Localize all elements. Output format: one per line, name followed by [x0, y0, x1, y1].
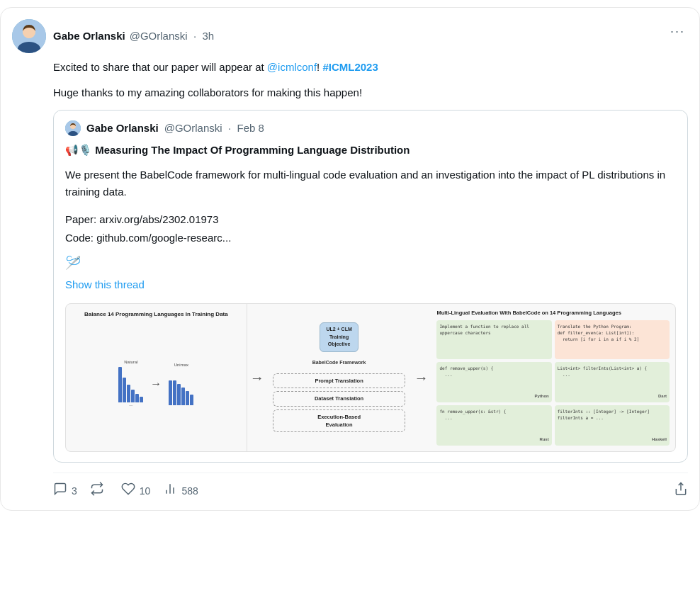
quoted-display-name: Gabe Orlanski: [86, 120, 159, 137]
tweet-header: Gabe Orlanski @GOrlanski · 3h ···: [12, 19, 688, 53]
quoted-avatar: [65, 120, 81, 136]
tweet-header-left: Gabe Orlanski @GOrlanski · 3h: [12, 19, 214, 53]
code-link[interactable]: Code: github.com/google-researc...: [65, 229, 676, 247]
retweet-icon: [90, 482, 104, 502]
reply-icon: [53, 482, 67, 502]
tweet-card: Gabe Orlanski @GOrlanski · 3h ··· Excite…: [0, 7, 700, 511]
ubar-5: [186, 391, 189, 405]
bar-5: [135, 394, 139, 402]
framework-section: UL2 + CLMTrainingObjective BabelCode Fra…: [267, 304, 412, 451]
retweet-action[interactable]: [90, 482, 108, 502]
multilingual-title: Multi-Lingual Evaluation With BabelCode …: [436, 310, 670, 317]
arrow-between: →: [147, 375, 164, 392]
multilingual-grid: Implement a function to replace allupper…: [436, 320, 670, 445]
ubar-4: [181, 388, 185, 405]
prompt-translation-box: Prompt Translation: [273, 373, 406, 388]
like-icon: [121, 482, 135, 502]
natural-bar-group: Natural —: [118, 359, 143, 409]
unimax-bars: [169, 370, 193, 405]
show-thread-link[interactable]: Show this thread: [65, 277, 145, 293]
rust-label: Rust: [439, 436, 548, 443]
tweet-text: Excited to share that our paper will app…: [53, 59, 688, 76]
more-options-button[interactable]: ···: [667, 19, 688, 44]
ubar-6: [190, 395, 193, 405]
ubar-2: [173, 380, 176, 405]
ubar-1: [169, 380, 172, 405]
haskell-label: Haskell: [558, 436, 667, 443]
ul2-box: UL2 + CLMTrainingObjective: [320, 322, 358, 352]
views-count: 588: [181, 484, 198, 499]
quoted-tweet-header: Gabe Orlanski @GOrlanski · Feb 8: [65, 120, 676, 137]
reply-action[interactable]: 3: [53, 482, 77, 502]
bar-3: [127, 385, 130, 402]
framework-label: BabelCode Framework: [312, 359, 366, 367]
cell-dart: List<int> filterInts(List<int> a) { ... …: [555, 362, 670, 402]
display-name: Gabe Orlanski: [53, 28, 125, 45]
natural-label: Natural: [124, 359, 137, 366]
ubar-3: [177, 384, 181, 405]
quoted-title: 📢🎙️ Measuring The Impact Of Programming …: [65, 142, 676, 159]
natural-x-label: —: [129, 403, 132, 409]
footer-left-actions: 3: [53, 482, 198, 502]
framework-arrow: →: [247, 304, 267, 451]
views-icon: [163, 482, 177, 502]
tweet-second-line: Huge thanks to my amazing collaborators …: [53, 84, 688, 101]
reply-count: 3: [72, 484, 77, 499]
quoted-body-text: We present the BabelCode framework for m…: [65, 166, 676, 200]
dart-label: Dart: [558, 393, 667, 400]
avatar[interactable]: [12, 19, 46, 53]
natural-bars: [118, 367, 143, 402]
views-action[interactable]: 588: [163, 482, 198, 502]
tweet-body: Excited to share that our paper will app…: [53, 59, 688, 510]
bar-6: [140, 397, 143, 402]
cell-rust: fn remove_upper(s: &str) { ... Rust: [436, 405, 551, 446]
paper-link[interactable]: Paper: arxiv.org/abs/2302.01973: [65, 210, 676, 229]
multi-arrow: →: [411, 304, 431, 451]
bar-4: [131, 390, 135, 402]
user-name-row: Gabe Orlanski @GOrlanski · 3h: [53, 28, 214, 45]
balance-chart-title: Balance 14 Programming Languages In Trai…: [73, 311, 239, 318]
like-count: 10: [140, 484, 151, 499]
multilingual-section: Multi-Lingual Evaluation With BabelCode …: [431, 304, 675, 451]
share-icon: [674, 482, 688, 502]
mention-icmlconf[interactable]: @icmlconf: [267, 61, 317, 73]
handle-time: @GOrlanski · 3h: [130, 28, 214, 45]
quoted-links: Paper: arxiv.org/abs/2302.01973 Code: gi…: [65, 210, 676, 247]
balance-chart-section: Balance 14 Programming Languages In Trai…: [66, 304, 247, 451]
unimax-bar-group: Unimax: [169, 362, 193, 405]
share-action[interactable]: [674, 482, 688, 502]
cell-implement: Implement a function to replace allupper…: [436, 320, 551, 359]
tweet-footer: 3: [53, 473, 688, 510]
python-label: Python: [439, 393, 548, 400]
like-action[interactable]: 10: [121, 482, 151, 502]
bar-2: [123, 378, 126, 402]
quoted-handle: @GOrlanski · Feb 8: [164, 120, 264, 137]
paper-figure: Balance 14 Programming Languages In Trai…: [65, 303, 676, 452]
unimax-label: Unimax: [174, 362, 188, 368]
hashtag-icml2023[interactable]: #ICML2023: [322, 61, 378, 73]
dataset-translation-box: Dataset Translation: [273, 391, 406, 406]
execution-evaluation-box: Execution-BasedEvaluation: [273, 409, 406, 433]
quoted-tweet: Gabe Orlanski @GOrlanski · Feb 8 📢🎙️ Mea…: [53, 110, 688, 463]
bar-1: [118, 367, 122, 402]
cell-translate: Translate the Python Program:def filter_…: [555, 320, 670, 359]
user-info: Gabe Orlanski @GOrlanski · 3h: [53, 28, 214, 45]
cell-haskell: filterInts :: [Integer] -> [Integer]filt…: [555, 405, 670, 446]
spool-emoji: 🪡: [65, 254, 676, 273]
cell-python: def remove_upper(s) { ... Python: [436, 362, 551, 402]
